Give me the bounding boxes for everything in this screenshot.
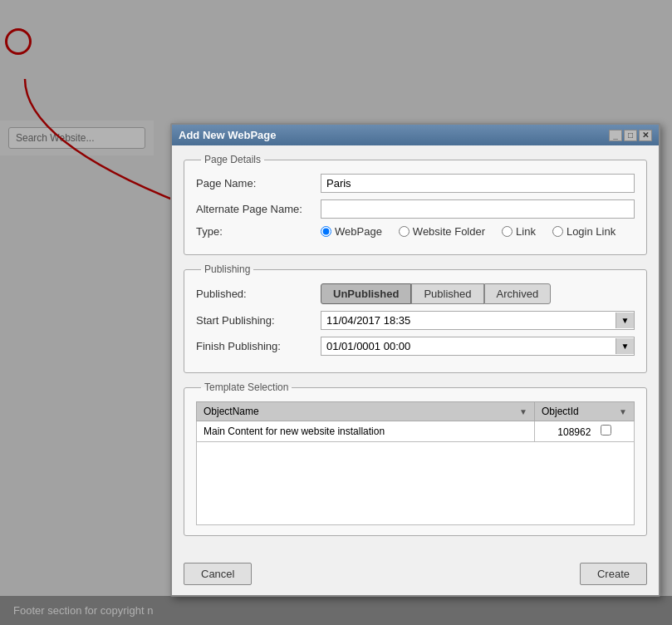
- alt-page-name-label: Alternate Page Name:: [196, 203, 321, 215]
- template-row-0-id: 108962: [535, 421, 635, 442]
- template-row-0-id-value: 108962: [557, 426, 591, 438]
- dialog-titlebar: Add New WebPage _ □ ✕: [172, 125, 659, 145]
- template-col-objectname-label: ObjectName: [204, 406, 259, 417]
- template-table-header-row: ObjectName ▼ ObjectId ▼: [197, 402, 635, 421]
- alt-page-name-input[interactable]: [321, 199, 635, 219]
- finish-publishing-label: Finish Publishing:: [196, 340, 321, 352]
- published-button[interactable]: Published: [411, 283, 483, 304]
- cancel-button[interactable]: Cancel: [184, 563, 252, 585]
- type-login-link-option[interactable]: Login Link: [552, 225, 616, 238]
- type-website-folder-label: Website Folder: [413, 225, 485, 238]
- page-details-fieldset: Page Details Page Name: Alternate Page N…: [184, 154, 647, 255]
- template-table-empty-area: [196, 442, 635, 525]
- page-name-input[interactable]: [321, 174, 635, 193]
- template-col-objectid-header[interactable]: ObjectId ▼: [535, 402, 635, 421]
- publish-buttons-group: UnPublished Published Archived: [321, 283, 551, 304]
- type-webpage-label: WebPage: [335, 225, 382, 238]
- type-label: Type:: [196, 225, 321, 238]
- type-webpage-option[interactable]: WebPage: [321, 225, 382, 238]
- dialog-footer: Cancel Create: [172, 554, 659, 595]
- dialog-controls: _ □ ✕: [609, 130, 652, 141]
- type-link-label: Link: [516, 225, 536, 238]
- objectid-sort-icon: ▼: [619, 407, 627, 416]
- start-publishing-dropdown[interactable]: ▼: [321, 311, 635, 330]
- page-details-legend: Page Details: [201, 154, 264, 165]
- type-login-link-label: Login Link: [567, 225, 616, 238]
- template-row-0-checkbox[interactable]: [601, 425, 611, 436]
- start-publishing-row: Start Publishing: ▼: [196, 311, 635, 330]
- template-table: ObjectName ▼ ObjectId ▼: [196, 401, 635, 442]
- page-name-label: Page Name:: [196, 177, 321, 189]
- page-name-row: Page Name:: [196, 174, 635, 193]
- type-login-link-radio[interactable]: [552, 226, 563, 237]
- template-col-objectid-label: ObjectId: [542, 406, 579, 417]
- start-publishing-label: Start Publishing:: [196, 314, 321, 327]
- archived-button[interactable]: Archived: [484, 283, 552, 304]
- published-status-row: Published: UnPublished Published Archive…: [196, 283, 635, 304]
- publishing-legend: Publishing: [201, 263, 253, 275]
- finish-publishing-row: Finish Publishing: ▼: [196, 337, 635, 356]
- publishing-fieldset: Publishing Published: UnPublished Publis…: [184, 263, 647, 373]
- type-link-option[interactable]: Link: [502, 225, 536, 238]
- type-row: Type: WebPage Website Folder Link: [196, 225, 635, 238]
- create-button[interactable]: Create: [580, 563, 647, 585]
- dialog-title: Add New WebPage: [179, 129, 277, 141]
- published-label: Published:: [196, 288, 321, 300]
- type-radio-group: WebPage Website Folder Link Login Link: [321, 225, 635, 238]
- objectname-sort-icon: ▼: [519, 407, 527, 416]
- template-selection-legend: Template Selection: [201, 381, 292, 393]
- type-webpage-radio[interactable]: [321, 226, 331, 237]
- alt-page-name-row: Alternate Page Name:: [196, 199, 635, 219]
- finish-publishing-input[interactable]: [321, 337, 616, 355]
- template-col-objectname-header[interactable]: ObjectName ▼: [197, 402, 535, 421]
- unpublished-button[interactable]: UnPublished: [321, 283, 411, 304]
- finish-publishing-dropdown[interactable]: ▼: [321, 337, 635, 356]
- add-webpage-dialog: Add New WebPage _ □ ✕ Page Details Page …: [170, 123, 660, 597]
- start-publishing-input[interactable]: [321, 312, 616, 329]
- type-link-radio[interactable]: [502, 226, 513, 237]
- finish-publishing-arrow[interactable]: ▼: [616, 338, 634, 354]
- type-website-folder-radio[interactable]: [399, 226, 410, 237]
- type-website-folder-option[interactable]: Website Folder: [399, 225, 485, 238]
- template-selection-fieldset: Template Selection ObjectName ▼ ObjectId: [184, 381, 647, 536]
- template-row-0[interactable]: Main Content for new website installatio…: [197, 421, 635, 442]
- dialog-minimize-button[interactable]: _: [609, 130, 622, 141]
- dialog-restore-button[interactable]: □: [624, 130, 637, 141]
- dialog-close-button[interactable]: ✕: [639, 130, 652, 141]
- start-publishing-arrow[interactable]: ▼: [616, 312, 634, 328]
- template-row-0-name: Main Content for new website installatio…: [197, 421, 535, 442]
- dialog-body: Page Details Page Name: Alternate Page N…: [172, 145, 659, 554]
